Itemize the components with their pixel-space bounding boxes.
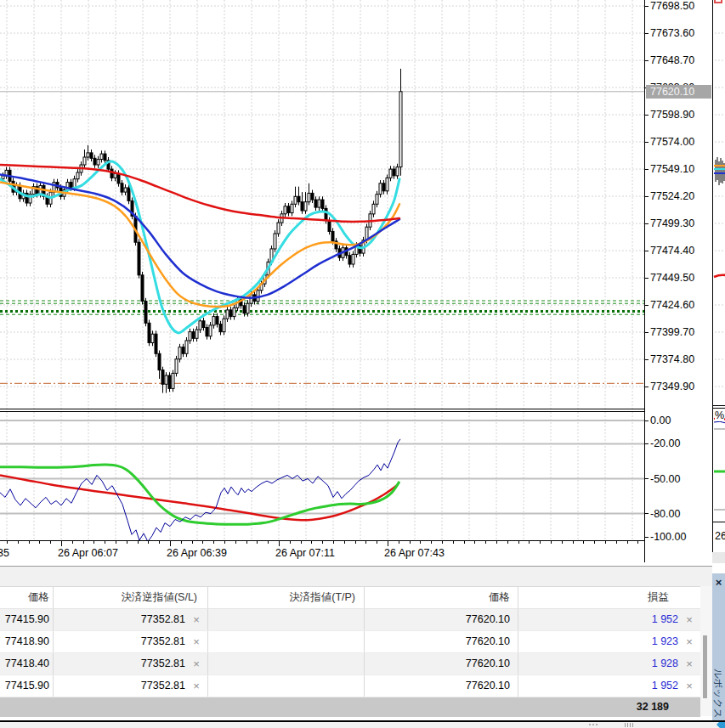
price-axis-label: 77524.20: [650, 190, 694, 202]
time-tick: [410, 541, 411, 544]
axis-tick: [645, 478, 649, 479]
time-tick: [105, 541, 105, 544]
clipped-red-glyph: [714, 0, 722, 3]
time-tick-major: [279, 541, 280, 546]
stop-loss-cell: 77352.81×: [54, 675, 208, 697]
open-price-cell: 77415.90: [0, 675, 54, 697]
price-axis-label: 77449.50: [650, 272, 694, 284]
time-axis-label: 26 Apr 07:43: [384, 547, 445, 559]
axis-tick: [645, 305, 649, 306]
time-tick: [322, 541, 323, 544]
take-profit-cell: [208, 631, 365, 652]
time-tick: [464, 541, 465, 544]
grip-icon: [625, 723, 633, 727]
open-price-cell: 77418.40: [0, 653, 54, 674]
positions-table[interactable]: 価格 決済逆指値(S/L) 決済指値(T/P) 価格 損益 77415.90 7…: [0, 586, 700, 717]
secondary-chart-strip[interactable]: % 26: [712, 0, 725, 552]
remove-sl-button[interactable]: ×: [185, 653, 207, 674]
axis-tick: [645, 169, 649, 170]
time-tick: [551, 541, 552, 544]
time-tick: [562, 541, 563, 544]
time-tick: [420, 541, 421, 544]
close-position-button[interactable]: ×: [678, 675, 700, 697]
stop-loss-cell: 77352.81×: [54, 653, 208, 674]
price-axis-label: 77399.70: [650, 326, 694, 338]
table-header-row: 価格 決済逆指値(S/L) 決済指値(T/P) 価格 損益: [0, 587, 700, 609]
close-price-cell: 77620.10: [365, 675, 518, 697]
time-tick: [583, 541, 584, 544]
header-take-profit[interactable]: 決済指値(T/P): [208, 587, 365, 608]
time-tick: [333, 541, 334, 544]
remove-sl-button[interactable]: ×: [185, 675, 207, 697]
remove-sl-button[interactable]: ×: [185, 631, 207, 652]
remove-sl-button[interactable]: ×: [185, 609, 207, 630]
price-axis-label: 77574.00: [650, 136, 694, 148]
axis-tick: [645, 33, 649, 34]
time-tick: [377, 541, 377, 544]
secondary-percent-label: %: [715, 409, 724, 421]
axis-tick: [645, 6, 649, 7]
time-tick: [442, 541, 443, 544]
time-tick: [148, 541, 149, 544]
axis-tick: [645, 60, 649, 61]
axis-tick: [645, 278, 649, 279]
time-tick: [159, 541, 160, 544]
axis-tick: [645, 359, 649, 360]
time-tick: [93, 541, 94, 544]
time-tick: [616, 541, 617, 544]
header-close-price[interactable]: 価格: [365, 587, 518, 608]
header-stop-loss[interactable]: 決済逆指値(S/L): [54, 587, 208, 608]
axis-tick: [645, 513, 649, 514]
axis-tick: [645, 142, 649, 143]
header-price[interactable]: 価格: [0, 587, 54, 608]
ellipsis-icon: [589, 724, 598, 725]
close-icon[interactable]: ×: [712, 576, 725, 590]
position-row[interactable]: 77418.40 77352.81× 77620.10 1 928×: [0, 653, 700, 675]
time-axis-label: 26 Apr 07:11: [275, 547, 335, 559]
open-price-cell: 77418.90: [0, 631, 54, 652]
bottom-toolbar-strip: [0, 722, 725, 728]
time-tick: [138, 541, 139, 544]
time-tick: [540, 541, 541, 544]
time-tick: [453, 541, 454, 544]
toolbox-tab[interactable]: × ルボックス: [712, 573, 725, 728]
toolbox-tab-label[interactable]: ルボックス: [711, 669, 724, 681]
close-position-button[interactable]: ×: [678, 631, 700, 652]
time-tick: [39, 541, 40, 544]
close-price-cell: 77620.10: [365, 609, 518, 630]
time-tick: [290, 541, 291, 544]
header-profit[interactable]: 損益: [518, 587, 700, 608]
oscillator-chart[interactable]: [0, 411, 644, 542]
price-axis-label: 77673.60: [650, 27, 694, 39]
candlestick-chart[interactable]: [0, 0, 644, 410]
time-axis-label: 26 Apr 05:35: [0, 547, 9, 559]
price-axis-label: 77374.80: [650, 353, 694, 365]
time-tick: [399, 541, 399, 544]
panel-cap: [712, 552, 725, 563]
time-tick: [301, 541, 302, 544]
axis-tick: [645, 332, 649, 333]
indicator-axis-label: 0.00: [650, 415, 671, 426]
toolbox-toolbar-strip: [0, 566, 712, 587]
indicator-axis-label: -80.00: [650, 508, 680, 520]
corner-glyph-icon: [717, 722, 725, 728]
profit-cell: 1 923×: [518, 631, 700, 652]
price-axis-label: 77349.90: [650, 381, 694, 392]
stop-loss-cell: 77352.81×: [54, 609, 208, 630]
position-row[interactable]: 77418.90 77352.81× 77620.10 1 923×: [0, 631, 700, 653]
take-profit-cell: [208, 675, 365, 697]
scrollbar-thumb[interactable]: [703, 635, 707, 698]
time-tick: [18, 541, 19, 544]
secondary-date-label: 26: [715, 530, 725, 542]
close-position-button[interactable]: ×: [678, 609, 700, 630]
table-scrollbar[interactable]: [700, 586, 712, 716]
time-axis-label: 26 Apr 06:39: [167, 547, 227, 559]
close-position-button[interactable]: ×: [678, 653, 700, 674]
position-row[interactable]: 77415.90 77352.81× 77620.10 1 952×: [0, 675, 700, 697]
time-tick: [246, 541, 247, 544]
time-tick: [202, 541, 203, 544]
time-tick: [257, 541, 258, 544]
position-row[interactable]: 77415.90 77352.81× 77620.10 1 952×: [0, 609, 700, 631]
price-axis-label: 77424.60: [650, 299, 694, 311]
profit-cell: 1 952×: [518, 609, 700, 630]
